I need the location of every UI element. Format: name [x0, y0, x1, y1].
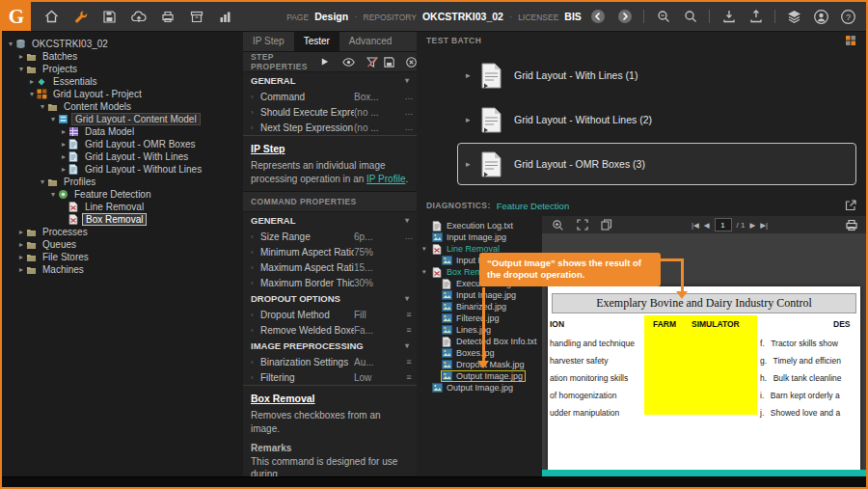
chevron-right-icon[interactable]: ▸: [59, 152, 68, 161]
cloud-upload-icon[interactable]: [130, 9, 147, 25]
diagnostics-file[interactable]: Input Image.jpg: [420, 231, 542, 243]
property-row[interactable]: ›Binarization SettingsAu...≡: [243, 354, 417, 369]
help-icon[interactable]: ?: [840, 9, 856, 25]
tree-item[interactable]: ▸Grid Layout - With Lines: [2, 150, 243, 163]
chevron-down-icon[interactable]: ▾: [422, 245, 431, 253]
account-icon[interactable]: [813, 9, 829, 25]
print-icon[interactable]: [159, 9, 176, 25]
tree-item[interactable]: ▾OKCSTRKI03_02: [2, 38, 243, 50]
expand-icon[interactable]: ›: [251, 311, 260, 319]
expand-icon[interactable]: ›: [251, 123, 260, 132]
property-value[interactable]: 15...: [354, 262, 401, 273]
tree-item[interactable]: ▸Processes: [2, 226, 243, 238]
property-row[interactable]: ›FilteringLow≡: [243, 369, 417, 385]
nav-back-icon[interactable]: [589, 9, 606, 25]
wrench-icon[interactable]: [72, 9, 89, 25]
chevron-down-icon[interactable]: ▾: [38, 102, 47, 111]
test-batch-item[interactable]: ▸Grid Layout - OMR Boxes (3): [457, 143, 856, 185]
property-value[interactable]: 75%: [354, 247, 401, 258]
chevron-right-icon[interactable]: ▸: [16, 253, 26, 261]
upload-icon[interactable]: [747, 9, 764, 25]
ellipsis-button[interactable]: …: [401, 92, 417, 101]
collapse-icon[interactable]: ▾: [405, 76, 409, 85]
licensee-value[interactable]: BIS: [564, 11, 582, 22]
repository-value[interactable]: OKCSTRKI03_02: [422, 11, 503, 22]
save-small-icon[interactable]: [381, 54, 397, 70]
expand-right-icon[interactable]: ▸: [466, 159, 481, 169]
chevron-right-icon[interactable]: ▸: [59, 127, 68, 136]
property-row[interactable]: ›CommandBox...…: [243, 89, 417, 104]
tree-item[interactable]: ▸Essentials: [2, 75, 243, 88]
expand-icon[interactable]: ›: [251, 248, 260, 257]
pages-icon[interactable]: [598, 217, 614, 233]
clear-filter-icon[interactable]: [365, 54, 381, 70]
tree-item[interactable]: ▸Batches: [2, 50, 243, 63]
collapse-icon[interactable]: ▾: [405, 216, 409, 225]
chevron-down-icon[interactable]: ▾: [48, 190, 58, 199]
property-value[interactable]: Low: [354, 372, 401, 383]
chevron-right-icon[interactable]: ▸: [59, 165, 68, 174]
chevron-right-icon[interactable]: ▸: [16, 265, 26, 274]
chevron-down-icon[interactable]: ▾: [422, 268, 431, 276]
diagnostics-file[interactable]: Output Image.jpg: [420, 370, 542, 382]
tab-advanced[interactable]: Advanced: [339, 31, 401, 51]
property-row[interactable]: ›Minimum Aspect Ratio75%: [243, 244, 417, 259]
diagnostics-file[interactable]: Input Image.jpg: [420, 289, 542, 301]
page-value[interactable]: Design: [314, 11, 348, 22]
chevron-down-icon[interactable]: ▾: [27, 90, 37, 98]
property-value[interactable]: (no ...: [354, 107, 401, 118]
diagnostics-file[interactable]: Lines.jpg: [420, 324, 542, 336]
fit-icon[interactable]: [574, 217, 590, 233]
diagnostics-file[interactable]: Execution Log.txt: [420, 220, 542, 231]
grooper-logo[interactable]: G: [2, 2, 31, 31]
tab-ip-step[interactable]: IP Step: [243, 31, 294, 51]
property-group-header[interactable]: DROPOUT OPTIONS▾: [243, 290, 417, 307]
tree-item[interactable]: ▾Content Models: [2, 100, 243, 113]
tree-item[interactable]: ▸Grid Layout - Without Lines: [2, 163, 243, 176]
zoom-in-icon[interactable]: [550, 217, 566, 233]
archive-icon[interactable]: [188, 9, 204, 25]
chevron-down-icon[interactable]: ▾: [48, 115, 58, 123]
save-icon[interactable]: [101, 9, 118, 25]
diagnostics-file[interactable]: Boxes.jpg: [420, 347, 542, 359]
property-value[interactable]: 30%: [354, 278, 401, 288]
bar-chart-icon[interactable]: [217, 9, 233, 25]
expand-icon[interactable]: ›: [251, 108, 260, 117]
tree-item[interactable]: ▸File Stores: [2, 251, 243, 263]
expand-icon[interactable]: ›: [251, 326, 260, 335]
last-page-icon[interactable]: ▶|: [760, 221, 768, 230]
property-value[interactable]: Fa...: [354, 325, 401, 336]
property-value[interactable]: (no ...: [354, 122, 401, 133]
tree-item[interactable]: ▾Grid Layout - Project: [2, 88, 243, 100]
expand-icon[interactable]: ›: [251, 358, 260, 367]
menu-icon[interactable]: ≡: [401, 325, 417, 335]
play-icon[interactable]: [316, 54, 333, 70]
tree-item[interactable]: Box Removal: [2, 213, 243, 226]
property-value[interactable]: Au...: [354, 357, 401, 367]
diagnostics-file[interactable]: Detected Box Info.txt: [420, 336, 542, 347]
ip-profile-link[interactable]: IP Profile: [366, 174, 405, 184]
tree-item[interactable]: ▸Queues: [2, 238, 243, 251]
tree-item[interactable]: Line Removal: [2, 201, 243, 213]
property-row[interactable]: ›Dropout MethodFill≡: [243, 307, 417, 322]
expand-icon[interactable]: ›: [251, 232, 260, 241]
property-row[interactable]: ›Maximum Aspect Ratio15...: [243, 259, 417, 275]
chevron-right-icon[interactable]: ▸: [27, 77, 37, 86]
cancel-icon[interactable]: [403, 54, 418, 70]
test-batch-item[interactable]: ▸Grid Layout - Without Lines (2): [457, 98, 856, 141]
next-page-icon[interactable]: ▶: [749, 221, 755, 230]
diagnostics-file[interactable]: Binarized.jpg: [420, 301, 542, 312]
property-value[interactable]: Box...: [354, 92, 401, 102]
home-icon[interactable]: [43, 9, 60, 25]
tree-item[interactable]: ▾Projects: [2, 63, 243, 75]
tab-tester[interactable]: Tester: [294, 31, 339, 51]
property-value[interactable]: Fill: [354, 310, 401, 320]
menu-icon[interactable]: ≡: [401, 310, 417, 319]
tree-item[interactable]: ▾Profiles: [2, 176, 243, 188]
ellipsis-button[interactable]: …: [401, 107, 417, 117]
ellipsis-button[interactable]: …: [401, 122, 417, 132]
expand-icon[interactable]: ›: [251, 279, 260, 287]
collapse-icon[interactable]: ▾: [405, 294, 409, 303]
tree-item[interactable]: ▾Feature Detection: [2, 188, 243, 201]
feature-detection-link[interactable]: Feature Detection: [497, 201, 570, 211]
